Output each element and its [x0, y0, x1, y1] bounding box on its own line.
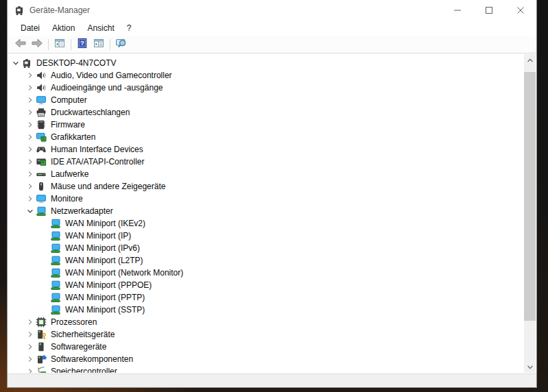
tree-item[interactable]: WAN Miniport (L2TP)	[8, 254, 524, 267]
action-pane-button[interactable]	[91, 37, 107, 52]
tree-item[interactable]: Human Interface Devices	[8, 143, 524, 156]
network-adapter-icon	[50, 292, 61, 303]
chevron-right-icon[interactable]	[25, 119, 36, 130]
tree-item-label: WAN Miniport (Network Monitor)	[65, 268, 183, 278]
tree-item[interactable]: IDE ATA/ATAPI-Controller	[8, 156, 524, 168]
menu-hilfe[interactable]: ?	[121, 21, 138, 35]
action-pane-icon	[93, 38, 104, 51]
tree-item[interactable]: WAN Miniport (IPv6)	[8, 242, 524, 254]
chevron-spacer	[39, 292, 50, 303]
tree-item[interactable]: Monitore	[8, 193, 524, 205]
scroll-down-icon[interactable]	[524, 361, 536, 373]
maximize-icon	[486, 4, 492, 16]
chevron-right-icon[interactable]	[25, 95, 36, 106]
tree-item[interactable]: Computer	[8, 94, 524, 106]
desktop-background: Geräte-Manager DateiAktionAnsicht? ? DES…	[0, 0, 548, 392]
scrollbar-thumb[interactable]	[524, 72, 536, 321]
chevron-right-icon[interactable]	[25, 181, 36, 192]
tree-item-label: WAN Miniport (SSTP)	[65, 305, 145, 315]
scan-hardware-button[interactable]	[113, 37, 130, 52]
tree-item[interactable]: Netzwerkadapter	[8, 205, 524, 217]
chevron-right-icon[interactable]	[25, 82, 36, 93]
tree-item-label: Netzwerkadapter	[51, 206, 113, 216]
tree-item[interactable]: WAN Miniport (IKEv2)	[8, 217, 524, 230]
tree-item[interactable]: Druckwarteschlangen	[8, 106, 524, 119]
menu-aktion[interactable]: Aktion	[46, 21, 81, 35]
tree-item[interactable]: Sicherheitsgeräte	[8, 328, 524, 341]
chevron-down-icon[interactable]	[25, 206, 36, 217]
forward-arrow-icon	[31, 38, 43, 51]
tree-item[interactable]: Audio, Video und Gamecontroller	[8, 69, 524, 82]
device-manager-icon	[14, 5, 25, 16]
close-button[interactable]	[505, 0, 536, 21]
statusbar	[8, 373, 536, 387]
back-button[interactable]	[12, 37, 29, 52]
chevron-right-icon[interactable]	[25, 144, 36, 155]
network-adapter-icon	[50, 255, 61, 266]
chevron-right-icon[interactable]	[25, 341, 36, 352]
tree-item-label: Monitore	[51, 194, 83, 204]
software-component-icon	[36, 354, 47, 365]
graphics-card-icon	[36, 132, 47, 143]
tree-item[interactable]: WAN Miniport (PPTP)	[8, 291, 524, 304]
tree-item[interactable]: Grafikkarten	[8, 131, 524, 143]
tree-item-label: Mäuse und andere Zeigegeräte	[51, 182, 165, 191]
chevron-right-icon[interactable]	[25, 366, 36, 373]
close-icon	[517, 4, 524, 16]
tree-item[interactable]: WAN Miniport (IP)	[8, 230, 524, 242]
network-adapter-icon	[50, 304, 61, 315]
tree-item[interactable]: WAN Miniport (Network Monitor)	[8, 267, 524, 279]
tree-item-label: Softwaregeräte	[51, 342, 106, 352]
chevron-right-icon[interactable]	[25, 107, 36, 118]
vertical-scrollbar[interactable]	[524, 54, 536, 373]
tree-item-label: Speichercontroller	[51, 367, 117, 373]
tree-item-label: WAN Miniport (PPTP)	[65, 293, 145, 302]
maximize-button[interactable]	[473, 0, 505, 21]
chevron-right-icon[interactable]	[25, 317, 36, 328]
tree-item[interactable]: Firmware	[8, 119, 524, 131]
back-arrow-icon	[14, 38, 27, 51]
toolbar-separator	[71, 39, 71, 50]
menu-datei[interactable]: Datei	[14, 21, 46, 35]
tree-item[interactable]: Speichercontroller	[8, 365, 524, 373]
chevron-right-icon[interactable]	[25, 70, 36, 81]
caption-buttons	[442, 0, 536, 21]
chevron-spacer	[39, 218, 50, 229]
network-adapter-icon	[50, 243, 61, 254]
show-console-tree-button[interactable]	[51, 37, 68, 52]
speaker-icon	[36, 70, 47, 81]
help-button[interactable]: ?	[74, 37, 91, 52]
firmware-chip-icon	[36, 119, 47, 130]
tree-item[interactable]: DESKTOP-4N7COTV	[8, 57, 524, 69]
menu-ansicht[interactable]: Ansicht	[81, 21, 120, 35]
scroll-up-icon[interactable]	[524, 54, 536, 66]
chevron-spacer	[39, 230, 50, 241]
tree-item[interactable]: Audioeingänge und -ausgänge	[8, 82, 524, 94]
titlebar[interactable]: Geräte-Manager	[8, 0, 536, 21]
chevron-right-icon[interactable]	[25, 193, 36, 204]
tree-item-label: Grafikkarten	[51, 132, 95, 142]
tree-item[interactable]: Prozessoren	[8, 316, 524, 328]
chevron-right-icon[interactable]	[25, 156, 36, 167]
network-adapter-icon	[50, 280, 61, 291]
minimize-button[interactable]	[442, 0, 473, 21]
chevron-spacer	[39, 280, 50, 291]
network-adapter-icon	[50, 267, 61, 278]
tree-item-label: Prozessoren	[51, 317, 97, 327]
chevron-right-icon[interactable]	[25, 354, 36, 365]
tree-item[interactable]: WAN Miniport (SSTP)	[8, 304, 524, 316]
tree-item[interactable]: Mäuse und andere Zeigegeräte	[8, 180, 524, 193]
tree-item[interactable]: Laufwerke	[8, 168, 524, 180]
network-adapter-icon	[36, 206, 47, 217]
tree-item[interactable]: WAN Miniport (PPPOE)	[8, 279, 524, 291]
monitor-icon	[36, 95, 47, 106]
tree-item[interactable]: Softwarekomponenten	[8, 353, 524, 365]
toolbar: ?	[8, 36, 536, 53]
chevron-spacer	[39, 243, 50, 254]
forward-button[interactable]	[29, 37, 45, 52]
chevron-right-icon[interactable]	[25, 329, 36, 340]
tree-item[interactable]: Softwaregeräte	[8, 341, 524, 353]
chevron-down-icon[interactable]	[10, 58, 21, 69]
chevron-right-icon[interactable]	[25, 132, 36, 143]
chevron-right-icon[interactable]	[25, 169, 36, 180]
